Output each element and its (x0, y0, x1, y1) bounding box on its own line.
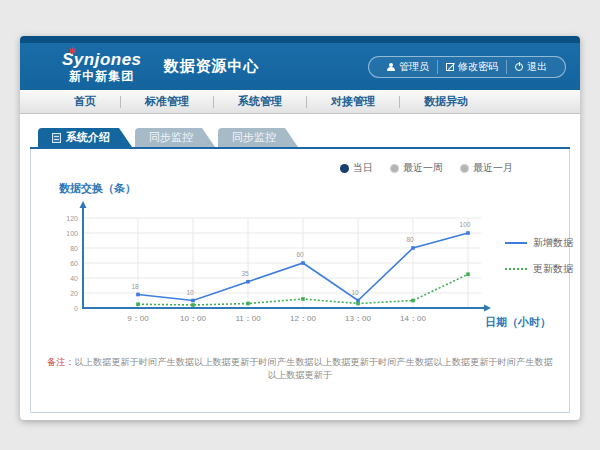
tab-label: 系统介绍 (66, 130, 110, 145)
window-top-strip (20, 36, 580, 43)
nav-item-system-mgmt[interactable]: 系统管理 (214, 94, 306, 109)
legend-label: 新增数据 (533, 236, 573, 250)
filter-last-week[interactable]: 最近一周 (391, 161, 443, 175)
svg-text:9：00: 9：00 (127, 314, 149, 323)
svg-text:10: 10 (186, 289, 194, 296)
svg-text:100: 100 (66, 230, 78, 237)
nav-item-standard-mgmt[interactable]: 标准管理 (121, 94, 213, 109)
legend-item-new-data[interactable]: 新增数据 (505, 236, 573, 250)
svg-text:120: 120 (66, 215, 78, 222)
chart-panel: 当日 最近一周 最近一月 数据交换（条） 0204060801001209：00… (30, 149, 570, 413)
line-chart: 0204060801001209：0010：0011：0012：0013：001… (43, 198, 495, 334)
svg-text:20: 20 (70, 290, 78, 297)
svg-text:11：00: 11：00 (235, 314, 261, 323)
svg-text:14：00: 14：00 (400, 314, 426, 323)
filter-label: 当日 (353, 161, 373, 175)
logo-star-icon: ✱ (68, 47, 76, 56)
page-title: 数据资源中心 (164, 57, 260, 76)
footnote-prefix: 备注： (47, 357, 75, 367)
main-nav: 首页 标准管理 系统管理 对接管理 数据异动 (20, 90, 580, 114)
radio-unselected-icon (391, 165, 398, 172)
content-area: 系统介绍 同步监控 同步监控 当日 最近一周 (20, 114, 580, 413)
svg-text:40: 40 (70, 275, 78, 282)
filter-today[interactable]: 当日 (341, 161, 373, 175)
legend-item-updated-data[interactable]: 更新数据 (505, 262, 573, 276)
change-password-button[interactable]: 修改密码 (437, 60, 506, 74)
tab-system-intro[interactable]: 系统介绍 (38, 128, 132, 147)
user-menu: 管理员 修改密码 退出 (368, 56, 566, 78)
svg-text:18: 18 (131, 283, 139, 290)
legend-label: 更新数据 (533, 262, 573, 276)
admin-button[interactable]: 管理员 (379, 60, 437, 74)
company-logo: ✱ Synjones 新中新集团 (62, 51, 142, 82)
edit-icon (446, 63, 454, 71)
filter-label: 最近一月 (473, 161, 513, 175)
svg-text:60: 60 (70, 260, 78, 267)
svg-text:80: 80 (70, 245, 78, 252)
svg-text:10：00: 10：00 (180, 314, 206, 323)
logout-button[interactable]: 退出 (506, 60, 555, 74)
blue-line-icon (505, 242, 527, 244)
app-window: ✱ Synjones 新中新集团 数据资源中心 管理员 修改密码 退出 首页 标… (20, 36, 580, 420)
logo-text-cn: 新中新集团 (69, 70, 134, 82)
y-axis-title: 数据交换（条） (59, 181, 557, 196)
filter-last-month[interactable]: 最近一月 (461, 161, 513, 175)
logout-label: 退出 (527, 60, 547, 74)
svg-text:0: 0 (74, 305, 78, 312)
filter-label: 最近一周 (403, 161, 443, 175)
change-password-label: 修改密码 (458, 60, 498, 74)
green-dotted-line-icon (505, 268, 527, 270)
nav-item-interface-mgmt[interactable]: 对接管理 (307, 94, 399, 109)
svg-text:13：00: 13：00 (345, 314, 371, 323)
power-icon (515, 63, 523, 71)
chart-row: 0204060801001209：0010：0011：0012：0013：001… (43, 198, 557, 334)
svg-text:12：00: 12：00 (290, 314, 316, 323)
radio-selected-icon (341, 165, 348, 172)
tab-bar: 系统介绍 同步监控 同步监控 (30, 128, 570, 149)
tab-label: 同步监控 (232, 130, 276, 145)
time-filter-group: 当日 最近一周 最近一月 (43, 155, 557, 175)
x-axis-title: 日期（小时） (485, 315, 551, 330)
svg-text:60: 60 (296, 251, 304, 258)
footnote: 备注：以上数据更新于时间产生数据以上数据更新于时间产生数据以上数据更新于时间产生… (43, 356, 557, 382)
tab-label: 同步监控 (149, 130, 193, 145)
app-header: ✱ Synjones 新中新集团 数据资源中心 管理员 修改密码 退出 (20, 43, 580, 90)
radio-unselected-icon (461, 165, 468, 172)
admin-label: 管理员 (399, 60, 429, 74)
tab-sync-monitor-1[interactable]: 同步监控 (135, 128, 215, 147)
svg-text:100: 100 (460, 221, 471, 228)
document-icon (52, 133, 61, 143)
nav-item-home[interactable]: 首页 (50, 94, 120, 109)
svg-text:10: 10 (351, 289, 359, 296)
svg-text:35: 35 (241, 270, 249, 277)
footnote-text: 以上数据更新于时间产生数据以上数据更新于时间产生数据以上数据更新于时间产生数据以… (75, 357, 553, 380)
tab-sync-monitor-2[interactable]: 同步监控 (218, 128, 298, 147)
svg-text:80: 80 (406, 236, 414, 243)
nav-item-data-change[interactable]: 数据异动 (400, 94, 492, 109)
user-icon (387, 63, 395, 71)
